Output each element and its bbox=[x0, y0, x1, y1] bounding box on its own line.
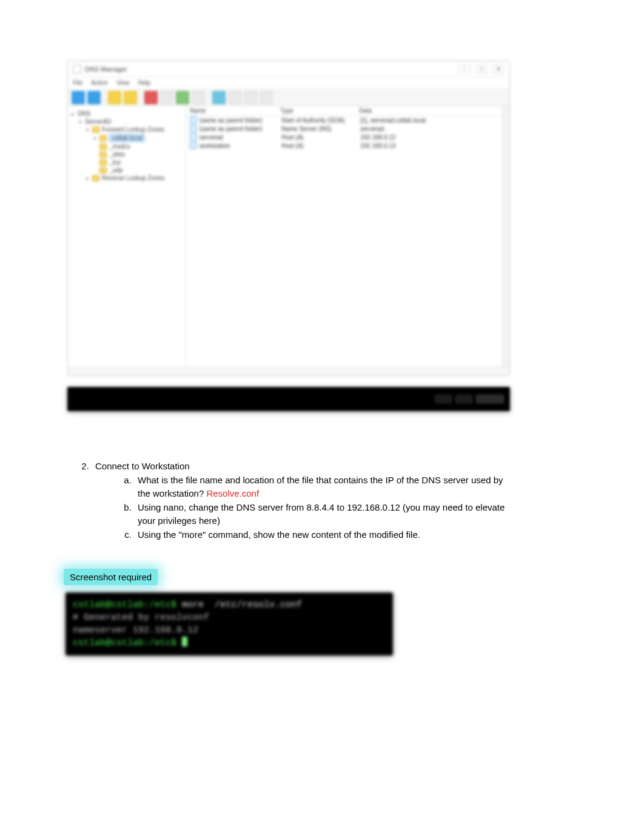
bar-slot bbox=[435, 395, 452, 403]
tree-item-zone-selected[interactable]: ▾ cstlab.local bbox=[92, 133, 183, 143]
terminal-line: nameserver 192.168.0.12 bbox=[73, 624, 386, 637]
tree-item-forward-zones[interactable]: ▾ Forward Lookup Zones bbox=[85, 126, 183, 133]
sub-question-a: What is the file name and location of th… bbox=[134, 474, 510, 501]
menu-file[interactable]: File bbox=[73, 79, 82, 86]
folder-icon bbox=[99, 167, 107, 173]
record-data: 192.168.0.12 bbox=[360, 134, 502, 141]
title-bar: DNS Manager − □ ✕ bbox=[68, 61, 509, 77]
folder-icon bbox=[99, 144, 107, 150]
question-title: Connect to Workstation bbox=[95, 461, 190, 471]
tree-label: _tcp bbox=[109, 159, 121, 166]
toolbar-button[interactable] bbox=[228, 91, 241, 104]
folder-icon bbox=[99, 135, 107, 141]
expand-arrow-icon: ▸ bbox=[70, 111, 75, 117]
record-type: Start of Authority (SOA) bbox=[281, 117, 360, 124]
record-name: serverad bbox=[200, 134, 281, 141]
toolbar-button[interactable] bbox=[244, 91, 257, 104]
tree-item[interactable]: _udp bbox=[99, 166, 183, 174]
list-row[interactable]: (same as parent folder) Start of Authori… bbox=[186, 116, 502, 124]
tree-item-dns[interactable]: ▸ DNS bbox=[70, 110, 183, 118]
folder-icon bbox=[92, 175, 99, 181]
column-headers: Name Type Data bbox=[186, 106, 502, 116]
expand-arrow-icon: ▾ bbox=[85, 127, 90, 133]
terminal-prompt: cstlab@cstlab:/etc$ bbox=[73, 600, 176, 610]
column-header-type[interactable]: Type bbox=[280, 107, 359, 114]
toolbar-button[interactable] bbox=[192, 91, 205, 104]
folder-icon bbox=[92, 127, 99, 133]
bar-slot bbox=[476, 395, 504, 403]
terminal-line: # Generated by resolvconf bbox=[73, 611, 386, 624]
tree-label: _msdcs bbox=[109, 143, 130, 150]
sub-question-list: What is the file name and location of th… bbox=[95, 474, 510, 542]
question-body: Connect to Workstation What is the file … bbox=[67, 460, 510, 542]
toolbar-forward-icon[interactable] bbox=[87, 91, 101, 104]
list-row[interactable]: serverad Host (A) 192.168.0.12 bbox=[186, 133, 502, 141]
record-type: Name Server (NS) bbox=[281, 126, 360, 132]
tree-item[interactable]: _tcp bbox=[99, 158, 183, 166]
record-data: 192.168.0.13 bbox=[360, 143, 502, 149]
folder-icon bbox=[99, 159, 107, 166]
toolbar-folder-icon[interactable] bbox=[108, 91, 121, 104]
list-rows: (same as parent folder) Start of Authori… bbox=[186, 116, 502, 150]
column-header-data[interactable]: Data bbox=[359, 107, 502, 114]
record-data: [1], serverad.cstlab.local. bbox=[360, 117, 502, 124]
maximize-button[interactable]: □ bbox=[475, 65, 488, 73]
close-button[interactable]: ✕ bbox=[492, 65, 505, 73]
toolbar-delete-icon[interactable] bbox=[144, 91, 158, 104]
terminal-cmd: more /etc/resolv.conf bbox=[176, 600, 302, 610]
toolbar-refresh-icon[interactable] bbox=[124, 91, 137, 104]
toolbar-button[interactable] bbox=[260, 91, 273, 104]
right-gutter bbox=[502, 106, 509, 367]
record-name: (same as parent folder) bbox=[200, 126, 281, 132]
terminal-screenshot: cstlab@cstlab:/etc$ more /etc/resolv.con… bbox=[65, 592, 393, 656]
record-type: Host (A) bbox=[281, 143, 360, 149]
tree-label: Forward Lookup Zones bbox=[102, 126, 164, 133]
record-icon bbox=[190, 133, 197, 141]
menu-view[interactable]: View bbox=[116, 79, 130, 86]
sub-question-b: Using nano, change the DNS server from 8… bbox=[134, 501, 510, 528]
toolbar bbox=[68, 89, 509, 106]
dns-manager-window-screenshot: DNS Manager − □ ✕ File Action View Help bbox=[67, 61, 510, 376]
tree-item-reverse-zones[interactable]: ▸ Reverse Lookup Zones bbox=[85, 174, 183, 182]
tree-label: _udp bbox=[109, 167, 122, 173]
window-frame: DNS Manager − □ ✕ File Action View Help bbox=[67, 61, 510, 376]
question-2: Connect to Workstation What is the file … bbox=[92, 460, 510, 542]
sub-question-c: Using the "more" command, show the new c… bbox=[134, 528, 510, 542]
menu-help[interactable]: Help bbox=[138, 79, 150, 86]
folder-icon bbox=[99, 152, 107, 158]
tree-item[interactable]: _msdcs bbox=[99, 143, 183, 150]
record-icon bbox=[190, 142, 197, 149]
toolbar-action-icon[interactable] bbox=[212, 91, 226, 104]
record-icon bbox=[190, 116, 197, 124]
tree-label: _sites bbox=[109, 151, 125, 158]
tree-pane: ▸ DNS ▾ ServerAD ▾ Forward Lookup Zones … bbox=[68, 106, 186, 367]
expand-arrow-icon: ▾ bbox=[92, 135, 97, 141]
toolbar-properties-icon[interactable] bbox=[160, 91, 173, 104]
app-icon bbox=[73, 65, 81, 73]
terminal-line: cstlab@cstlab:/etc$ bbox=[73, 637, 386, 649]
tree-item-server[interactable]: ▾ ServerAD bbox=[78, 118, 183, 126]
toolbar-help-icon[interactable] bbox=[176, 91, 189, 104]
terminal: cstlab@cstlab:/etc$ more /etc/resolv.con… bbox=[65, 592, 393, 656]
record-name: (same as parent folder) bbox=[200, 117, 281, 124]
tree-label: cstlab.local bbox=[109, 134, 145, 142]
list-row[interactable]: workstation Host (A) 192.168.0.13 bbox=[186, 141, 502, 150]
menu-action[interactable]: Action bbox=[91, 79, 108, 86]
minimize-button[interactable]: − bbox=[458, 65, 471, 73]
terminal-prompt: cstlab@cstlab:/etc$ bbox=[73, 638, 176, 648]
sub-a-text: What is the file name and location of th… bbox=[138, 475, 503, 499]
record-data: serverad. bbox=[360, 126, 502, 132]
window-status-bar bbox=[68, 367, 509, 375]
black-bar-right bbox=[435, 395, 504, 403]
window-controls: − □ ✕ bbox=[458, 65, 505, 73]
tree-item[interactable]: _sites bbox=[99, 150, 183, 158]
tree-label: ServerAD bbox=[85, 118, 111, 125]
question-list: Connect to Workstation What is the file … bbox=[67, 460, 510, 542]
expand-arrow-icon: ▾ bbox=[78, 119, 82, 125]
list-row[interactable]: (same as parent folder) Name Server (NS)… bbox=[186, 124, 502, 133]
black-bar bbox=[67, 387, 510, 411]
toolbar-back-icon[interactable] bbox=[72, 91, 85, 104]
highlight-wrap: Screenshot required bbox=[64, 569, 158, 585]
column-header-name[interactable]: Name bbox=[186, 107, 280, 114]
bar-slot bbox=[455, 395, 472, 403]
